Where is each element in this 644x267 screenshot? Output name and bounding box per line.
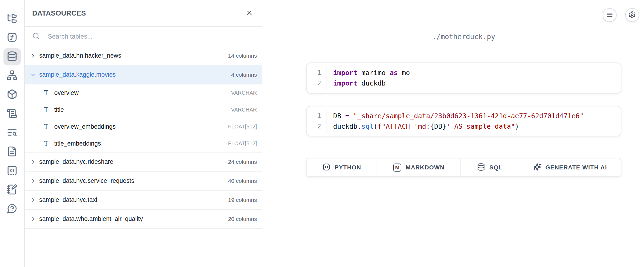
column-count-badge: 4 columns: [231, 72, 257, 78]
scroll-icon: [7, 108, 17, 120]
datasources-panel: DATASOURCES sample_data.hn.hacker_news14…: [25, 0, 262, 267]
column-type: VARCHAR: [231, 90, 257, 96]
column-name: overview_embeddings: [54, 123, 116, 130]
line-number-gutter: 12: [307, 106, 326, 136]
columns-list: ToverviewVARCHARTtitleVARCHARToverview_e…: [25, 84, 262, 153]
code-token: "_share/sample_data/23b0d623-1361-421d-a…: [353, 112, 584, 120]
search-row: [25, 27, 262, 46]
code-token: duckdb: [333, 123, 357, 130]
document-icon: [7, 146, 17, 158]
code-token: f"ATTACH 'md:: [378, 123, 430, 130]
sparkles-icon: [533, 163, 541, 172]
sidebar-item-dependencies[interactable]: [3, 67, 21, 84]
code-line: DB = "_share/sample_data/23b0d623-1361-4…: [333, 111, 621, 121]
text-type-icon: T: [44, 140, 52, 147]
button-label: PYTHON: [335, 164, 361, 171]
sidebar-item-scratchpad[interactable]: [3, 181, 21, 199]
button-label: SQL: [489, 164, 503, 171]
add-python-cell-button[interactable]: PYTHON: [307, 158, 377, 176]
function-square-icon: [7, 32, 17, 44]
code-token: sql: [361, 123, 373, 130]
sidebar-item-snippets[interactable]: [3, 162, 21, 180]
search-input[interactable]: [47, 32, 255, 40]
table-group: sample_data.hn.hacker_news14 columns: [25, 46, 262, 65]
help-chat-icon: [7, 203, 17, 215]
column-row[interactable]: TtitleVARCHAR: [25, 101, 262, 118]
table-name: sample_data.who.ambient_air_quality: [39, 215, 143, 222]
table-row[interactable]: sample_data.hn.hacker_news14 columns: [25, 46, 262, 65]
table-row[interactable]: sample_data.nyc.taxi19 columns: [25, 191, 262, 210]
code-snippet-icon: [7, 165, 17, 177]
hamburger-icon: [606, 11, 613, 19]
code-square-icon: [322, 163, 330, 172]
table-row[interactable]: sample_data.who.ambient_air_quality20 co…: [25, 210, 262, 229]
code-editor: import marimo as moimport duckdb: [326, 66, 621, 90]
generate-with-ai-button[interactable]: GENERATE WITH AI: [519, 158, 621, 176]
code-token: import: [333, 69, 357, 77]
header-actions: [603, 8, 639, 22]
line-number: 2: [317, 121, 321, 132]
column-count-badge: 40 columns: [228, 178, 257, 184]
code-token: [349, 112, 353, 120]
menu-button[interactable]: [603, 8, 617, 22]
column-name: title: [54, 106, 64, 113]
code-token: mo: [398, 69, 410, 77]
table-row[interactable]: sample_data.nyc.service_requests40 colum…: [25, 172, 262, 191]
code-editor: DB = "_share/sample_data/23b0d623-1361-4…: [326, 110, 621, 133]
table-group: sample_data.nyc.rideshare24 columns: [25, 153, 262, 172]
column-row[interactable]: Toverview_embeddingsFLOAT[512]: [25, 118, 262, 135]
line-number: 2: [317, 78, 321, 88]
sidebar-item-datasources[interactable]: [3, 48, 21, 65]
button-label: MARKDOWN: [406, 164, 445, 171]
chevron-right-icon: [30, 158, 37, 165]
package-box-icon: [7, 89, 17, 101]
table-group: sample_data.who.ambient_air_quality20 co…: [25, 210, 262, 229]
sidebar-item-outline-search[interactable]: [3, 124, 21, 142]
sidebar-item-variables[interactable]: [3, 29, 21, 46]
add-sql-cell-button[interactable]: SQL: [461, 158, 519, 176]
sidebar-item-logs[interactable]: [3, 105, 21, 123]
sidebar-item-file-explorer[interactable]: [3, 10, 21, 27]
settings-button[interactable]: [625, 8, 639, 22]
column-row[interactable]: ToverviewVARCHAR: [25, 84, 262, 101]
code-cell[interactable]: 12import marimo as moimport duckdb: [306, 62, 621, 94]
column-count-badge: 24 columns: [228, 159, 257, 165]
table-group: sample_data.nyc.taxi19 columns: [25, 191, 262, 210]
notebook-pen-icon: [7, 184, 17, 196]
sidebar-item-documentation[interactable]: [3, 143, 21, 161]
code-token: =: [345, 112, 349, 120]
table-row[interactable]: sample_data.kaggle.movies4 columns: [25, 65, 262, 84]
line-number-gutter: 12: [307, 63, 326, 93]
code-line: duckdb.sql(f"ATTACH 'md:{DB}' AS sample_…: [333, 121, 621, 132]
column-type: FLOAT[512]: [228, 124, 257, 130]
close-panel-button[interactable]: [243, 7, 255, 19]
column-count-badge: 20 columns: [228, 216, 257, 222]
column-count-badge: 19 columns: [228, 197, 257, 203]
add-markdown-cell-button[interactable]: M MARKDOWN: [377, 158, 461, 176]
sidebar-item-help[interactable]: [3, 201, 21, 218]
notebook-filename: ./motherduck.py: [306, 33, 621, 41]
gear-icon: [628, 11, 636, 19]
line-number: 1: [317, 111, 321, 121]
add-cell-toolbar: PYTHON M MARKDOWN SQL GENERATE WITH AI: [306, 158, 621, 177]
dependency-graph-icon: [7, 70, 17, 82]
code-token: ' AS sample_data": [446, 123, 515, 130]
datasources-header: DATASOURCES: [25, 0, 262, 27]
code-line: import duckdb: [333, 78, 621, 88]
table-name: sample_data.nyc.taxi: [39, 196, 97, 203]
column-row[interactable]: Ttitle_embeddingsFLOAT[512]: [25, 135, 262, 152]
column-name: overview: [54, 89, 79, 97]
chevron-right-icon: [30, 177, 37, 184]
code-token: ): [515, 123, 519, 130]
table-name: sample_data.kaggle.movies: [39, 71, 116, 78]
chevron-down-icon: [30, 71, 37, 78]
code-token: marimo: [357, 69, 390, 77]
sidebar-item-packages[interactable]: [3, 86, 21, 103]
table-name: sample_data.nyc.service_requests: [39, 177, 134, 184]
line-number: 1: [317, 68, 321, 78]
chevron-right-icon: [30, 52, 37, 59]
column-type: FLOAT[512]: [228, 140, 257, 147]
code-cell[interactable]: 12DB = "_share/sample_data/23b0d623-1361…: [306, 106, 621, 136]
table-row[interactable]: sample_data.nyc.rideshare24 columns: [25, 153, 262, 172]
column-type: VARCHAR: [231, 107, 257, 113]
